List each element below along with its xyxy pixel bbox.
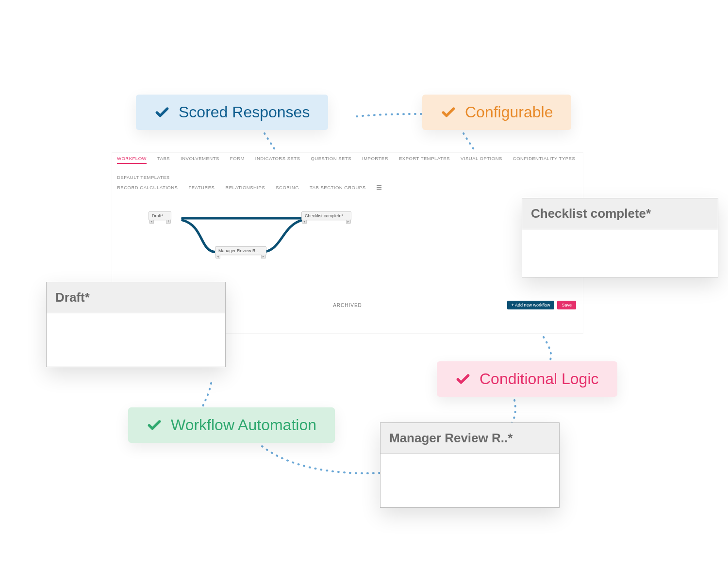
node-handle-in-icon[interactable]: ◂ — [149, 220, 154, 224]
workflow-node-draft[interactable]: Draft* ◂ ⋮ — [149, 211, 171, 220]
tab-involvements[interactable]: INVOLVEMENTS — [181, 156, 219, 164]
feature-chip-scored-responses: Scored Responses — [136, 95, 328, 130]
node-handle-out-icon[interactable]: ▸ — [261, 255, 266, 259]
state-card-title: Checklist complete* — [522, 198, 718, 229]
tab-features[interactable]: FEATURES — [188, 185, 215, 192]
tab-row-1: WORKFLOW TABS INVOLVEMENTS FORM INDICATO… — [117, 156, 578, 182]
feature-chip-label: Workflow Automation — [171, 416, 316, 434]
feature-chip-conditional-logic: Conditional Logic — [437, 361, 617, 397]
state-card-checklist-complete[interactable]: Checklist complete* — [522, 198, 718, 277]
tab-importer[interactable]: IMPORTER — [362, 156, 388, 164]
add-workflow-button[interactable]: +Add new workflow — [507, 301, 555, 309]
tab-strip: WORKFLOW TABS INVOLVEMENTS FORM INDICATO… — [112, 153, 583, 192]
archived-section-label: ARCHIVED — [333, 303, 362, 308]
tab-indicators-sets[interactable]: INDICATORS SETS — [255, 156, 300, 164]
state-card-manager-review[interactable]: Manager Review R..* — [380, 422, 560, 508]
state-card-body — [381, 454, 559, 507]
feature-chip-configurable: Configurable — [422, 95, 571, 130]
plus-icon: + — [512, 303, 514, 307]
canvas-footer-buttons: +Add new workflow Save — [507, 301, 576, 309]
tab-scoring[interactable]: SCORING — [276, 185, 299, 192]
checkmark-icon — [147, 418, 162, 433]
tab-visual-options[interactable]: VISUAL OPTIONS — [461, 156, 502, 164]
workflow-node-manager-review[interactable]: Manager Review R.. ◂ ▸ — [215, 246, 266, 255]
feature-chip-label: Scored Responses — [179, 103, 310, 121]
feature-chip-label: Configurable — [465, 103, 553, 121]
state-card-body — [522, 229, 718, 277]
tab-row-2: RECORD CALCULATIONS FEATURES RELATIONSHI… — [117, 185, 578, 192]
tab-question-sets[interactable]: QUESTION SETS — [311, 156, 351, 164]
checkmark-icon — [154, 105, 170, 120]
tab-workflow[interactable]: WORKFLOW — [117, 156, 147, 164]
workflow-node-label: Draft* — [152, 213, 163, 218]
tab-confidentiality-types[interactable]: CONFIDENTIALITY TYPES — [513, 156, 575, 164]
tab-record-calculations[interactable]: RECORD CALCULATIONS — [117, 185, 178, 192]
workflow-node-label: Checklist complete* — [305, 213, 343, 218]
state-card-title: Manager Review R..* — [381, 423, 559, 454]
node-handle-out-icon[interactable]: ⋮ — [166, 220, 171, 224]
node-handle-out-icon[interactable]: ▸ — [346, 220, 351, 224]
workflow-node-checklist-complete[interactable]: Checklist complete* ◂ ▸ — [301, 211, 351, 220]
workflow-node-label: Manager Review R.. — [218, 248, 258, 253]
checkmark-icon — [441, 105, 456, 120]
tab-tabs[interactable]: TABS — [157, 156, 170, 164]
tab-section-groups[interactable]: TAB SECTION GROUPS — [310, 185, 365, 192]
feature-chip-workflow-automation: Workflow Automation — [128, 407, 335, 443]
tab-form[interactable]: FORM — [230, 156, 245, 164]
feature-chip-label: Conditional Logic — [480, 370, 599, 388]
save-button[interactable]: Save — [557, 301, 576, 309]
state-card-draft[interactable]: Draft* — [46, 282, 226, 367]
tab-export-templates[interactable]: EXPORT TEMPLATES — [399, 156, 450, 164]
node-handle-in-icon[interactable]: ◂ — [215, 255, 220, 259]
state-card-title: Draft* — [47, 282, 225, 313]
tab-relationships[interactable]: RELATIONSHIPS — [225, 185, 265, 192]
tab-overflow-icon[interactable] — [377, 185, 381, 192]
state-card-body — [47, 313, 225, 367]
node-handle-in-icon[interactable]: ◂ — [302, 220, 307, 224]
tab-default-templates[interactable]: DEFAULT TEMPLATES — [117, 175, 170, 182]
checkmark-icon — [455, 372, 471, 387]
